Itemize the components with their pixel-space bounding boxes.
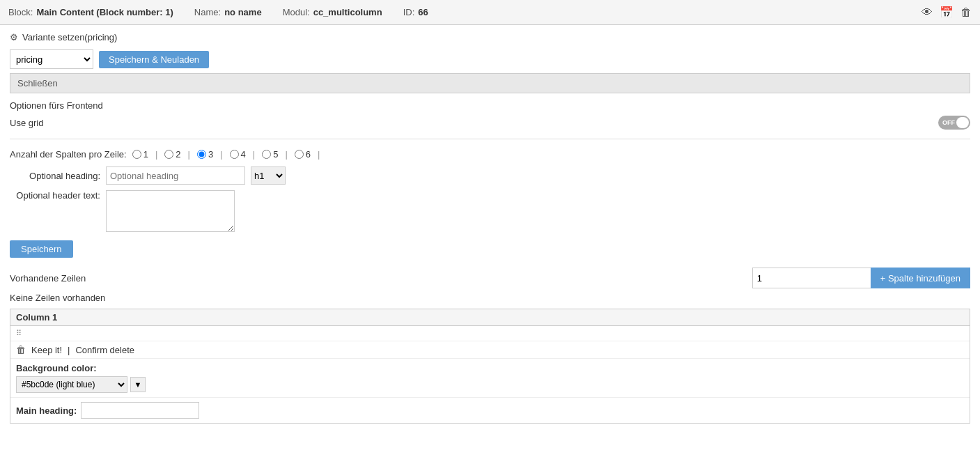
calendar-icon[interactable]: 📅	[940, 6, 954, 19]
speichern-button[interactable]: Speichern	[10, 240, 73, 258]
main-heading-row: Main heading:	[10, 398, 970, 423]
modul-info: Modul: cc_multicolumn	[283, 7, 382, 17]
use-grid-label: Use grid	[10, 118, 43, 128]
column-drag-row: ⠿	[10, 326, 970, 341]
column-box: Column 1 ⠿ 🗑 Keep it! | Confirm delete B…	[10, 309, 970, 424]
id-value: 66	[418, 7, 428, 17]
column-delete-row: 🗑 Keep it! | Confirm delete	[10, 341, 970, 359]
top-bar: Block: Main Content (Block number: 1) Na…	[0, 0, 980, 25]
form-section: Optional heading: h1 h2 h3 h4 h5 h6 Opti…	[10, 166, 970, 258]
name-info: Name: no name	[194, 7, 262, 17]
options-title: Optionen fürs Frontend	[10, 100, 970, 111]
variant-select[interactable]: pricing	[10, 49, 93, 69]
radio-4-input[interactable]	[230, 150, 239, 159]
radio-6: 6	[295, 149, 311, 160]
id-label: ID:	[403, 7, 415, 17]
main-content: ⚙ Variante setzen(pricing) pricing Speic…	[0, 25, 980, 433]
radio-2: 2	[164, 149, 180, 160]
settings-row: ⚙ Variante setzen(pricing)	[10, 32, 970, 42]
add-col-button[interactable]: + Spalte hinzufügen	[871, 268, 970, 288]
modul-label: Modul:	[283, 7, 310, 17]
h-select[interactable]: h1 h2 h3 h4 h5 h6	[251, 166, 286, 185]
zeilen-row: Vorhandene Zeilen + Spalte hinzufügen	[10, 268, 970, 288]
bg-color-row: Background color: #5bc0de (light blue) n…	[10, 359, 970, 398]
gear-icon: ⚙	[10, 32, 18, 42]
zeilen-input[interactable]	[752, 268, 871, 288]
radio-4: 4	[230, 149, 246, 160]
gray-panel: Schließen	[10, 73, 970, 93]
columns-label: Anzahl der Spalten pro Zeile:	[10, 149, 127, 160]
save-reload-button[interactable]: Speichern & Neuladen	[99, 51, 209, 68]
main-heading-label: Main heading:	[16, 405, 77, 416]
bg-color-select[interactable]: #5bc0de (light blue) none #fff (white) #…	[16, 376, 127, 393]
heading-label: Optional heading:	[10, 171, 100, 181]
radio-1-input[interactable]	[132, 150, 141, 159]
use-grid-row: Use grid OFF	[10, 114, 970, 132]
block-info: Block: Main Content (Block number: 1)	[8, 7, 173, 17]
keep-separator: |	[68, 345, 70, 355]
name-value: no name	[224, 7, 261, 17]
eye-icon[interactable]: 👁	[921, 6, 933, 19]
radio-5: 5	[262, 149, 278, 160]
keep-it-link[interactable]: Keep it!	[31, 345, 62, 355]
header-text-textarea[interactable]	[106, 190, 235, 232]
options-section: Optionen fürs Frontend Use grid OFF	[10, 96, 970, 136]
radio-1: 1	[132, 149, 148, 160]
id-info: ID: 66	[403, 7, 428, 17]
radio-3: 3	[197, 149, 213, 160]
radio-2-input[interactable]	[164, 150, 173, 159]
name-label: Name:	[194, 7, 221, 17]
variant-row: pricing Speichern & Neuladen	[10, 49, 970, 69]
zeilen-right: + Spalte hinzufügen	[752, 268, 970, 288]
trash-top-icon[interactable]: 🗑	[960, 6, 972, 19]
block-label: Block:	[8, 7, 33, 17]
gear-label: Variante setzen(pricing)	[22, 32, 117, 42]
use-grid-toggle[interactable]: OFF	[938, 116, 970, 130]
heading-input[interactable]	[106, 166, 245, 185]
close-link[interactable]: Schließen	[17, 78, 58, 88]
columns-row: Anzahl der Spalten pro Zeile: 1 | 2 | 3 …	[10, 149, 970, 160]
top-bar-icons: 👁 📅 🗑	[921, 6, 972, 19]
bg-color-label: Background color:	[16, 363, 964, 373]
bg-color-select-row: #5bc0de (light blue) none #fff (white) #…	[16, 376, 964, 393]
main-heading-input[interactable]	[81, 402, 199, 419]
column-trash-icon[interactable]: 🗑	[16, 344, 26, 355]
block-value: Main Content (Block number: 1)	[36, 7, 173, 17]
radio-5-input[interactable]	[262, 150, 271, 159]
confirm-delete-link[interactable]: Confirm delete	[75, 345, 134, 355]
radio-6-input[interactable]	[295, 150, 304, 159]
header-text-row: Optional header text:	[10, 190, 970, 232]
column-header: Column 1	[10, 309, 970, 326]
keine-zeilen: Keine Zeilen vorhanden	[10, 293, 970, 303]
header-text-label: Optional header text:	[10, 190, 100, 201]
modul-value: cc_multicolumn	[313, 7, 382, 17]
toggle-knob	[956, 117, 969, 128]
bg-color-arrow-button[interactable]: ▼	[130, 377, 146, 392]
heading-row: Optional heading: h1 h2 h3 h4 h5 h6	[10, 166, 970, 185]
zeilen-label: Vorhandene Zeilen	[10, 273, 86, 284]
drag-icon[interactable]: ⠿	[16, 329, 22, 338]
radio-3-input[interactable]	[197, 150, 206, 159]
